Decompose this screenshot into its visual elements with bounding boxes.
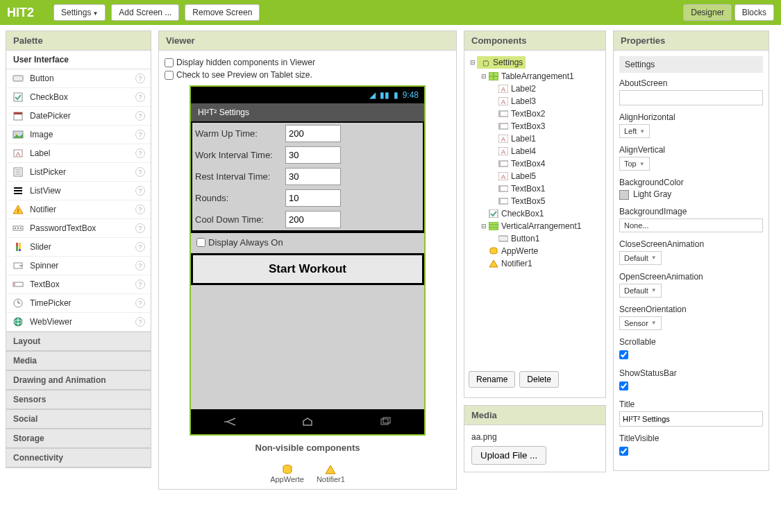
palette-category-user-interface[interactable]: User Interface [6,51,151,69]
help-icon[interactable]: ? [135,280,145,289]
palette-item-checkbox[interactable]: CheckBox? [6,88,151,107]
status-bar: ◢ ▮▮ ▮ 9:48 [191,87,424,103]
palette-item-datepicker[interactable]: DatePicker? [6,107,151,126]
tree-textbox2[interactable]: TextBox2 [498,108,601,120]
screen-dropdown[interactable]: Settings▼ [53,4,106,21]
rounds-input[interactable] [285,189,341,207]
alignh-label: AlignHorizontal [619,112,763,122]
palette-item-webviewer[interactable]: WebViewer? [6,313,151,332]
button-icon [498,234,509,243]
tree-textbox3[interactable]: TextBox3 [498,120,601,132]
help-icon[interactable]: ? [135,261,145,271]
collapse-icon[interactable]: ⊟ [480,73,488,80]
tree-label4[interactable]: ALabel4 [498,145,601,157]
help-icon[interactable]: ? [135,317,145,327]
help-icon[interactable]: ? [135,92,145,102]
tree-notifier[interactable]: Notifier1 [480,257,601,270]
palette-item-listpicker[interactable]: ListPicker? [6,163,151,182]
palette-category-connectivity[interactable]: Connectivity [6,448,151,467]
palette-category-social[interactable]: Social [6,409,151,429]
rename-button[interactable]: Rename [469,371,515,388]
help-icon[interactable]: ? [135,74,145,83]
palette-item-image[interactable]: Image? [6,126,151,144]
tree-textbox1[interactable]: TextBox1 [498,182,601,195]
tree-button1[interactable]: Button1 [498,232,601,245]
tree-label5[interactable]: ALabel5 [498,170,601,182]
tree-root[interactable]: ⊟▢Settings [469,55,601,70]
start-workout-button[interactable]: Start Workout [193,255,422,283]
notifier-icon [488,259,499,268]
form-table[interactable]: Warm Up Time: Work Interval Time: Rest I… [191,121,424,232]
collapse-icon[interactable]: ⊟ [480,223,488,230]
add-screen-button[interactable]: Add Screen ... [111,4,179,21]
help-icon[interactable]: ? [135,205,145,214]
rest-interval-input[interactable] [285,168,341,185]
alignh-select[interactable]: Left▼ [619,124,650,138]
statusbar-checkbox[interactable] [619,381,628,391]
tree-label3[interactable]: ALabel3 [498,95,601,108]
palette-category-drawing[interactable]: Drawing and Animation [6,370,151,390]
palette-category-layout[interactable]: Layout [6,332,151,351]
titlevis-checkbox[interactable] [619,447,628,456]
cool-down-input[interactable] [285,211,341,228]
recents-icon[interactable] [377,415,394,428]
blocks-button[interactable]: Blocks [734,4,774,21]
tree-appwerte[interactable]: AppWerte [480,245,601,257]
work-interval-input[interactable] [285,146,341,164]
tree-tablearrangement[interactable]: ⊟TableArrangement1 [480,70,601,83]
palette-item-spinner[interactable]: Spinner? [6,257,151,275]
help-icon[interactable]: ? [135,242,145,252]
palette-category-sensors[interactable]: Sensors [6,390,151,409]
help-icon[interactable]: ? [135,148,145,158]
help-icon[interactable]: ? [135,186,145,196]
help-icon[interactable]: ? [135,130,145,139]
designer-button[interactable]: Designer [683,4,732,21]
back-icon[interactable] [221,415,238,428]
warm-up-input[interactable] [285,125,341,142]
display-hidden-checkbox[interactable] [165,58,174,67]
tree-label2[interactable]: ALabel2 [498,83,601,95]
openanim-select[interactable]: Default▼ [619,284,662,298]
tablet-preview-checkbox[interactable] [165,71,174,80]
palette-item-passwordtextbox[interactable]: PasswordTextBox? [6,219,151,238]
help-icon[interactable]: ? [135,111,145,121]
palette-item-textbox[interactable]: TextBox? [6,275,151,294]
palette-item-timepicker[interactable]: TimePicker? [6,294,151,313]
nonvis-notifier[interactable]: Notifier1 [317,464,345,483]
palette-item-listview[interactable]: ListView? [6,182,151,200]
about-input[interactable] [619,90,763,105]
palette-item-label[interactable]: ALabel? [6,144,151,163]
home-icon[interactable] [299,415,316,428]
svg-text:A: A [501,136,505,143]
help-icon[interactable]: ? [135,223,145,233]
collapse-icon[interactable]: ⊟ [469,59,477,66]
palette-item-button[interactable]: Button? [6,69,151,88]
display-always-checkbox[interactable] [196,238,205,247]
palette-category-storage[interactable]: Storage [6,429,151,448]
help-icon[interactable]: ? [135,167,145,177]
password-icon [12,223,24,234]
help-icon[interactable]: ? [135,298,145,308]
bgimg-select[interactable]: None... [619,218,763,232]
bgcolor-label: BackgroundColor [619,178,763,187]
palette-item-slider[interactable]: Slider? [6,238,151,257]
palette-category-media[interactable]: Media [6,351,151,370]
bgcolor-select[interactable]: Light Gray [619,189,763,200]
nonvis-appwerte[interactable]: AppWerte [270,464,304,483]
palette-item-notifier[interactable]: !Notifier? [6,200,151,219]
tree-textbox4[interactable]: TextBox4 [498,157,601,170]
tree-verticalarrangement[interactable]: ⊟VerticalArrangement1 [480,220,601,232]
orient-select[interactable]: Sensor▼ [619,316,662,330]
tree-label1[interactable]: ALabel1 [498,132,601,145]
scrollable-checkbox[interactable] [619,350,628,359]
upload-file-button[interactable]: Upload File ... [471,446,546,465]
alignv-select[interactable]: Top▼ [619,157,650,171]
remove-screen-button[interactable]: Remove Screen [185,4,260,21]
closeanim-select[interactable]: Default▼ [619,251,662,265]
media-file[interactable]: aa.png [471,432,598,442]
tree-textbox5[interactable]: TextBox5 [498,195,601,207]
title-input[interactable] [619,411,763,427]
delete-button[interactable]: Delete [519,371,559,388]
color-swatch-icon [619,190,629,200]
tree-checkbox1[interactable]: CheckBox1 [480,207,601,220]
